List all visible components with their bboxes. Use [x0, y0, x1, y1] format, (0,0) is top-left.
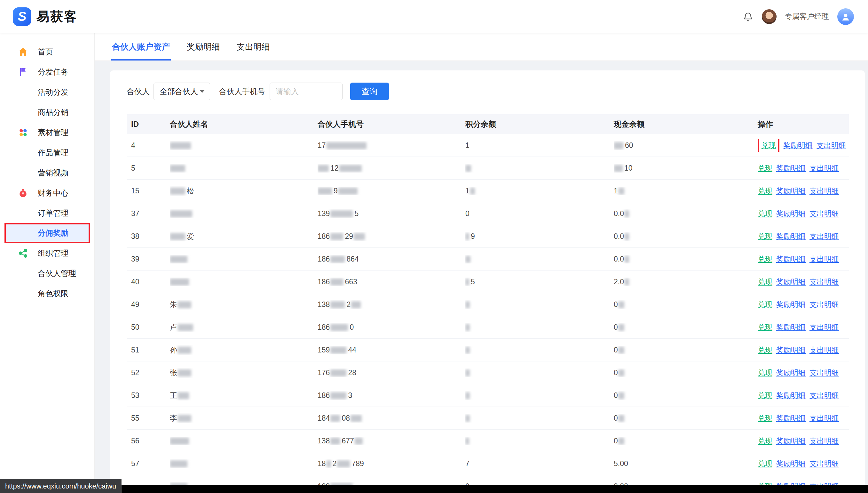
cell-text: 176 [318, 368, 330, 377]
table-row: 391868640.0兑现奖励明细支出明细 [127, 248, 849, 271]
cash-out-link[interactable]: 兑现 [758, 391, 772, 400]
expense-detail-link[interactable]: 支出明细 [809, 232, 839, 240]
expense-detail-link[interactable]: 支出明细 [809, 255, 839, 263]
sidebar-item-home[interactable]: 首页 [0, 42, 94, 62]
tab-expense-detail[interactable]: 支出明细 [236, 33, 271, 61]
sidebar-item-works-management[interactable]: 作品管理 [0, 143, 94, 163]
sidebar-item-partner-management[interactable]: 合伙人管理 [0, 263, 94, 283]
cash-out-link[interactable]: 兑现 [758, 414, 772, 422]
phone-filter-label: 合伙人手机号 [219, 86, 265, 97]
phone-input[interactable] [270, 83, 343, 100]
cash-out-link[interactable]: 兑现 [758, 232, 772, 240]
expense-detail-link[interactable]: 支出明细 [809, 414, 839, 422]
reward-detail-link[interactable]: 奖励明细 [776, 255, 806, 263]
cash-out-link[interactable]: 兑现 [758, 187, 772, 195]
redacted-block [465, 165, 471, 172]
partner-select[interactable]: 全部合伙人 [154, 83, 210, 100]
expense-detail-link[interactable]: 支出明细 [809, 209, 839, 218]
cell-actions: 兑现奖励明细支出明细 [758, 277, 849, 287]
reward-detail-link[interactable]: 奖励明细 [776, 232, 806, 240]
cell-text: 663 [345, 278, 357, 286]
redacted-block [330, 392, 346, 399]
cell-partner-name [170, 164, 318, 173]
sidebar-item-organization-management[interactable]: 组织管理 [0, 243, 94, 263]
reward-detail-link[interactable]: 奖励明细 [776, 391, 806, 400]
tab-reward-detail[interactable]: 奖励明细 [186, 33, 221, 61]
sidebar-item-role-permission[interactable]: 角色权限 [0, 283, 94, 303]
reward-detail-link[interactable]: 奖励明细 [776, 323, 806, 331]
cell-text: 0.0 [614, 255, 624, 263]
cell-partner-phone: 186663 [318, 278, 465, 286]
cash-out-link[interactable]: 兑现 [758, 164, 772, 172]
expense-detail-link[interactable]: 支出明细 [809, 368, 839, 377]
cell-text: 9 [334, 187, 338, 195]
cell-partner-phone: 138677 [318, 437, 465, 445]
user-avatar[interactable] [762, 9, 777, 24]
reward-detail-link[interactable]: 奖励明细 [776, 437, 806, 445]
cell-partner-name: 王 [170, 390, 318, 401]
customer-service-avatar[interactable] [837, 8, 854, 25]
reward-detail-link[interactable]: 奖励明细 [783, 141, 813, 150]
cash-out-link[interactable]: 兑现 [758, 323, 772, 331]
cash-out-link[interactable]: 兑现 [758, 278, 772, 286]
reward-detail-link[interactable]: 奖励明细 [776, 164, 806, 172]
sidebar-item-product-distribution[interactable]: 商品分销 [0, 102, 94, 122]
reward-detail-link[interactable]: 奖励明细 [776, 368, 806, 377]
cash-out-link[interactable]: 兑现 [758, 209, 772, 218]
cell-points-balance [465, 391, 614, 400]
redacted-block [614, 142, 623, 149]
cash-out-link[interactable]: 兑现 [758, 437, 772, 445]
expense-detail-link[interactable]: 支出明细 [817, 141, 846, 150]
cell-text: 12 [330, 164, 339, 172]
sidebar-item-order-management[interactable]: 订单管理 [0, 203, 94, 223]
redacted-block [178, 369, 191, 377]
search-button[interactable]: 查询 [350, 83, 389, 100]
expense-detail-link[interactable]: 支出明细 [809, 300, 839, 308]
expense-detail-link[interactable]: 支出明细 [809, 323, 839, 331]
reward-detail-link[interactable]: 奖励明细 [776, 346, 806, 354]
cash-out-link[interactable]: 兑现 [758, 255, 772, 263]
cash-out-link[interactable]: 兑现 [758, 459, 772, 468]
expense-detail-link[interactable]: 支出明细 [809, 459, 839, 468]
sidebar-item-marketing-video[interactable]: 营销视频 [0, 163, 94, 183]
tab-partner-account-assets[interactable]: 合伙人账户资产 [111, 33, 171, 61]
org-icon [17, 248, 29, 259]
sidebar-item-activity-distribution[interactable]: 活动分发 [0, 82, 94, 102]
cash-out-link[interactable]: 兑现 [758, 300, 772, 308]
reward-detail-link[interactable]: 奖励明细 [776, 459, 806, 468]
cell-partner-phone: 182789 [318, 459, 465, 468]
notifications-bell-icon[interactable] [743, 11, 754, 22]
reward-detail-link[interactable]: 奖励明细 [776, 300, 806, 308]
sidebar: 首页分发任务活动分发商品分销素材管理作品管理营销视频¥财务中心订单管理分佣奖励组… [0, 33, 95, 493]
expense-detail-link[interactable]: 支出明细 [809, 278, 839, 286]
expense-detail-link[interactable]: 支出明细 [809, 164, 839, 172]
reward-detail-link[interactable]: 奖励明细 [776, 414, 806, 422]
expense-detail-link[interactable]: 支出明细 [809, 391, 839, 400]
reward-detail-link[interactable]: 奖励明细 [776, 209, 806, 218]
app-header: S 易获客 专属客户经理 [0, 0, 868, 33]
expense-detail-link[interactable]: 支出明细 [809, 346, 839, 354]
cell-cash-balance: 10 [614, 164, 758, 173]
filter-bar: 合伙人 全部合伙人 合伙人手机号 查询 [127, 83, 849, 100]
app-logo[interactable]: S 易获客 [13, 7, 78, 26]
sidebar-item-distribute-task[interactable]: 分发任务 [0, 62, 94, 82]
cash-out-link[interactable]: 兑现 [758, 346, 772, 354]
expense-detail-link[interactable]: 支出明细 [809, 187, 839, 195]
redacted-block [339, 165, 362, 172]
reward-detail-link[interactable]: 奖励明细 [776, 278, 806, 286]
redacted-block [330, 437, 340, 445]
expense-detail-link[interactable]: 支出明细 [809, 437, 839, 445]
cash-out-link[interactable]: 兑现 [758, 368, 772, 377]
cash-out-link[interactable]: 兑现 [761, 141, 776, 150]
sidebar-item-material-management[interactable]: 素材管理 [0, 122, 94, 143]
cell-points-balance [465, 368, 614, 377]
cell-text: 789 [351, 459, 364, 468]
reward-detail-link[interactable]: 奖励明细 [776, 187, 806, 195]
cell-points-balance [465, 164, 614, 173]
cell-text: 5.00 [614, 459, 628, 468]
cell-text: 3 [348, 391, 352, 400]
sidebar-item-finance-center[interactable]: ¥财务中心 [0, 183, 94, 203]
column-header: ID [131, 120, 170, 129]
sidebar-item-commission-reward[interactable]: 分佣奖励 [4, 223, 90, 243]
redacted-block [330, 210, 353, 217]
